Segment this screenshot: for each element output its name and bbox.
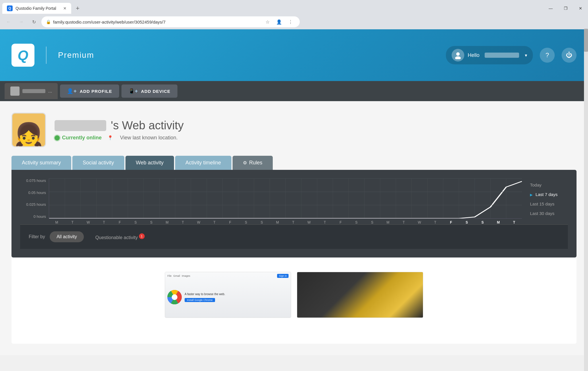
x-label: T [396,220,412,224]
y-label-0: 0.075 hours [20,178,46,183]
filter-bar: Filter by All activity Questionable acti… [20,224,568,249]
close-button[interactable]: ✕ [573,3,588,14]
screenshot-inner-1: File Gmail Images Sign in [165,272,291,318]
chart-svg [49,178,522,218]
chart-plot-area [49,178,522,219]
new-tab-button[interactable]: + [71,5,84,11]
filter-by-label: Filter by [29,234,45,239]
add-device-button[interactable]: 📱+ ADD DEVICE [121,84,177,98]
activity-tabs: Activity summary Social activity Web act… [11,156,577,170]
dropdown-arrow-icon: ▾ [525,53,527,58]
x-label: T [96,220,112,224]
chrome-logo [167,290,182,304]
avatar-svg [454,51,462,59]
x-label-bold: F [443,220,459,224]
x-label: S [144,220,159,224]
profile-name-redacted [22,89,45,93]
x-label: W [301,220,317,224]
grid-line-2 [49,205,522,205]
legend-last-15-days[interactable]: Last 15 days [528,200,568,207]
x-label-bold: S [475,220,490,224]
logo-area: Q Premium [11,44,94,67]
user-info: 's Web activity Currently online 📍 View … [55,119,184,141]
x-label: T [317,220,333,224]
ss-menu-gmail: Gmail [173,274,180,277]
menu-icon[interactable]: ⋮ [286,17,295,26]
legend-today[interactable]: Today [528,181,568,189]
ss-promo-text-area: A faster way to browse the web. Install … [185,293,225,302]
restore-button[interactable]: ❐ [558,3,573,14]
page-title: 's Web activity [111,119,184,132]
tab-close-button[interactable]: ✕ [63,6,67,11]
scrollbar-thumb[interactable] [584,29,588,52]
x-label: W [191,220,206,224]
y-label-1: 0.05 hours [20,191,46,195]
x-label: S [364,220,380,224]
questionable-activity-filter-button[interactable]: Questionable activity1 [88,230,152,243]
plan-label: Premium [58,51,94,60]
logo-icon: Q [11,44,34,67]
x-label: M [159,220,175,224]
x-label: S [349,220,364,224]
address-bar[interactable]: 🔒 family.qustodio.com/user-activity/web/… [41,16,300,27]
bookmark-icon[interactable]: ☆ [263,17,272,26]
x-label-bold: T [506,220,522,224]
power-button[interactable]: ⏻ [562,48,577,63]
back-button[interactable]: ← [3,17,14,27]
svg-point-1 [455,56,461,59]
tab-web-activity[interactable]: Web activity [125,156,174,170]
all-activity-filter-button[interactable]: All activity [50,231,84,242]
ss-signin-button: Sign in [277,274,289,278]
user-greeting-button[interactable]: Hello ▾ [446,46,533,64]
tab-favicon: Q [7,5,13,11]
scrollbar-track[interactable] [584,29,588,371]
legend-last-30-days[interactable]: Last 30 days [528,210,568,217]
y-label-3: 0 hours [20,214,46,219]
x-label: F [222,220,238,224]
ss-menu-images: Images [182,274,190,277]
x-label: W [80,220,96,224]
forward-button[interactable]: → [16,17,26,27]
profile-options-icon[interactable]: ... [48,89,52,94]
x-label: S [238,220,254,224]
y-label-2: 0.025 hours [20,202,46,207]
x-label: S [254,220,270,224]
browser-chrome: Q Qustodio Family Portal ✕ + — ❐ ✕ ← → ↻… [0,0,588,29]
help-button[interactable]: ? [540,48,555,63]
active-profile-tab[interactable]: ... [5,83,58,99]
user-avatar-icon [452,49,464,61]
x-label: T [65,220,80,224]
x-label: M [270,220,285,224]
profile-avatar-thumbnail [10,86,20,96]
tab-social-activity[interactable]: Social activity [72,156,124,170]
legend-last-7-days[interactable]: ▶ Last 7 days [528,191,568,198]
tab-activity-summary[interactable]: Activity summary [11,156,71,170]
question-mark-icon: ? [546,51,549,59]
add-profile-button[interactable]: 👤+ ADD PROFILE [60,84,119,98]
ss-promo-text: A faster way to browse the web. [185,293,225,296]
online-status-row: Currently online 📍 View last known locat… [55,135,184,141]
x-label: M [49,220,65,224]
ss-sign-in-btn: Sign in [277,274,289,277]
legend-arrow-icon: ▶ [530,193,533,197]
minimize-button[interactable]: — [543,3,558,14]
ss-menu-file: File [167,274,172,277]
logo-letter: Q [18,47,28,63]
header-right: Hello ▾ ? ⏻ [446,46,577,64]
location-link[interactable]: View last known location. [120,135,178,141]
hello-text: Hello [468,52,479,58]
tab-rules[interactable]: ⚙ Rules [233,156,273,170]
browser-tab[interactable]: Q Qustodio Family Portal ✕ [2,3,71,14]
grid-line-top [49,178,522,179]
questionable-badge: 1 [139,233,145,239]
svg-point-0 [456,52,460,56]
x-label: W [412,220,428,224]
tab-bar: Q Qustodio Family Portal ✕ + — ❐ ✕ [0,0,588,14]
online-indicator [55,135,60,141]
reload-button[interactable]: ↻ [29,17,39,27]
ss-content-1: A faster way to browse the web. Install … [167,279,289,315]
tab-activity-timeline[interactable]: Activity timeline [175,156,231,170]
address-bar-row: ← → ↻ 🔒 family.qustodio.com/user-activit… [0,14,588,29]
grid-line-1 [49,192,522,192]
user-icon[interactable]: 👤 [274,17,284,26]
